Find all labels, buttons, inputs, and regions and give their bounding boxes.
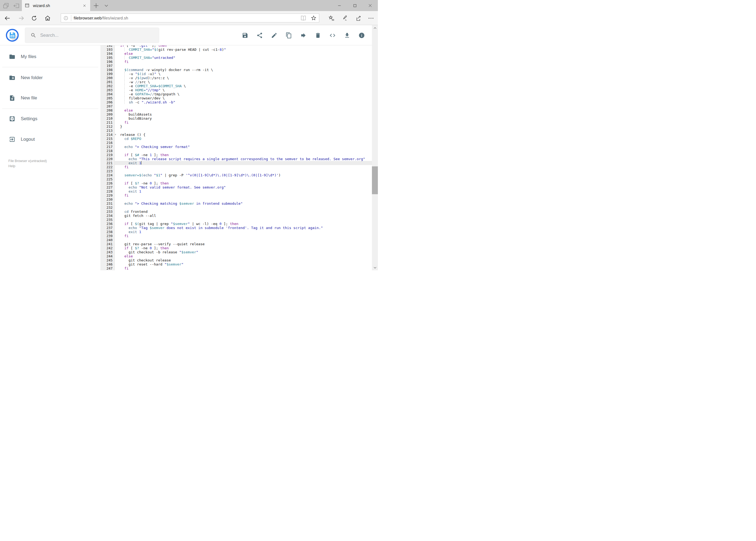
code-text[interactable]: echo "Tag $semver does not exist in subm…	[115, 226, 372, 230]
refresh-icon[interactable]	[31, 15, 38, 22]
code-text[interactable]: else	[115, 108, 372, 112]
code-text[interactable]: sh -c "./wizard.sh -b"	[115, 100, 372, 104]
share-file-button[interactable]	[255, 31, 265, 40]
code-text[interactable]: git rev-parse --verify --quiet release	[115, 242, 372, 246]
code-text[interactable]: }	[115, 125, 372, 129]
edit-button[interactable]	[269, 31, 279, 40]
code-text[interactable]	[115, 149, 372, 153]
search-input[interactable]	[40, 32, 159, 38]
hub-icon[interactable]	[328, 15, 335, 22]
code-text[interactable]: COMMIT_SHA="$(git rev-parse HEAD | cut -…	[115, 48, 372, 52]
code-line[interactable]: 204 -e GOPATH=//tmp/gopath \	[101, 92, 372, 96]
set-tabs-aside-icon[interactable]	[13, 2, 20, 9]
code-line[interactable]: 201 -w //src \	[101, 80, 372, 84]
code-text[interactable]: git checkout -b release "$semver"	[115, 250, 372, 254]
download-button[interactable]	[342, 31, 352, 40]
code-line[interactable]: 196 fi	[101, 60, 372, 64]
code-line[interactable]: 211 fi	[101, 121, 372, 125]
code-text[interactable]: if [ $? -ne 0 ]; then	[115, 181, 372, 185]
code-text[interactable]	[115, 238, 372, 242]
code-line[interactable]: 218	[101, 149, 372, 153]
code-line[interactable]: 221 exit 1	[101, 161, 372, 165]
tab-preview-icon[interactable]	[2, 2, 9, 9]
code-line[interactable]: 192if [ -d ".git" ]; then	[101, 45, 372, 48]
sidebar-item-new-folder[interactable]: New folder	[0, 72, 101, 83]
code-text[interactable]: cd frontend	[115, 210, 372, 214]
web-note-pen-icon[interactable]	[342, 15, 349, 22]
move-button[interactable]	[299, 31, 308, 40]
code-line[interactable]: 198 $(command -v winpty) docker run --rm…	[101, 68, 372, 72]
tab-list-chevron-icon[interactable]	[103, 3, 110, 9]
code-text[interactable]: -e GOPATH=//tmp/gopath \	[115, 92, 372, 96]
code-text[interactable]: exit 1	[115, 189, 372, 194]
fold-arrow-icon[interactable]: ▾	[115, 133, 116, 137]
code-line[interactable]: 206 sh -c "./wizard.sh -b"	[101, 100, 372, 104]
code-text[interactable]: if [ $# -ne 1 ]; then	[115, 153, 372, 157]
favorite-star-icon[interactable]	[310, 15, 317, 21]
code-line[interactable]: 222 fi	[101, 165, 372, 169]
code-line[interactable]: 200 -v /$(pwd):/src:z \	[101, 76, 372, 80]
code-text[interactable]	[115, 64, 372, 68]
code-line[interactable]: 233 cd frontend	[101, 210, 372, 214]
code-text[interactable]: -w //src \	[115, 80, 372, 84]
code-line[interactable]: 202 -e COMMIT_SHA=$COMMIT_SHA \	[101, 84, 372, 88]
sidebar-item-my-files[interactable]: My files	[0, 51, 101, 62]
code-line[interactable]: 241 git rev-parse --verify --quiet relea…	[101, 242, 372, 246]
code-text[interactable]: git reset --hard "$semver"	[115, 262, 372, 266]
new-tab-icon[interactable]	[93, 2, 100, 9]
code-line[interactable]: 219 if [ $# -ne 1 ]; then	[101, 153, 372, 157]
code-line[interactable]: 234 git fetch --all	[101, 214, 372, 218]
code-line[interactable]: 229 fi	[101, 194, 372, 198]
search-box[interactable]	[25, 28, 159, 43]
address-bar[interactable]: filebrowser.web/files/wizard.sh	[61, 14, 319, 22]
code-text[interactable]: exit 1	[115, 161, 372, 165]
code-text[interactable]	[115, 141, 372, 145]
code-line[interactable]: 225	[101, 177, 372, 181]
code-text[interactable]: -u "$(id -u)" \	[115, 72, 372, 76]
code-line[interactable]: 226 if [ $? -ne 0 ]; then	[101, 181, 372, 185]
code-line[interactable]: 227 echo "Not valid semver format. See s…	[101, 185, 372, 189]
code-text[interactable]: cd $REPO	[115, 137, 372, 141]
share-icon[interactable]	[355, 15, 362, 22]
code-line[interactable]: 244 else	[101, 254, 372, 258]
code-editor[interactable]: 192if [ -d ".git" ]; then193 COMMIT_SHA=…	[101, 45, 372, 270]
code-line[interactable]: 238 exit 1	[101, 230, 372, 234]
more-dots-icon[interactable]	[368, 15, 375, 22]
code-line[interactable]: 247 fi	[101, 266, 372, 270]
code-line[interactable]: 205 filebrowser/dev \	[101, 96, 372, 100]
code-line[interactable]: 193 COMMIT_SHA="$(git rev-parse HEAD | c…	[101, 48, 372, 52]
code-text[interactable]: echo "Not valid semver format. See semve…	[115, 185, 372, 189]
home-icon[interactable]	[44, 15, 51, 22]
code-line[interactable]: 239 fi	[101, 234, 372, 238]
raw-code-button[interactable]	[328, 31, 337, 40]
code-line[interactable]: 210 buildBinary	[101, 116, 372, 121]
maximize-button[interactable]	[347, 0, 363, 11]
code-line[interactable]: 223	[101, 169, 372, 173]
code-text[interactable]	[115, 206, 372, 210]
reading-view-icon[interactable]	[300, 15, 307, 21]
code-text[interactable]: echo "> Checking semver format"	[115, 145, 372, 149]
sidebar-item-logout[interactable]: Logout	[0, 134, 101, 145]
code-line[interactable]: 194 else	[101, 52, 372, 56]
code-text[interactable]: echo "This release script requires a sin…	[115, 157, 372, 161]
code-text[interactable]	[115, 104, 372, 108]
code-line[interactable]: 195 COMMIT_SHA="untracked"	[101, 56, 372, 60]
code-text[interactable]: echo "> Checking matching $semver in fro…	[115, 202, 372, 206]
code-text[interactable]: release () {	[115, 133, 372, 137]
code-line[interactable]: 246 git reset --hard "$semver"	[101, 262, 372, 266]
tab-close-icon[interactable]	[82, 3, 88, 9]
code-line[interactable]: 224 semver=$(echo "$1" | grep -P '^v(0|[…	[101, 173, 372, 177]
code-text[interactable]: exit 1	[115, 230, 372, 234]
copy-button[interactable]	[284, 31, 294, 40]
code-line[interactable]: 231 echo "> Checking matching $semver in…	[101, 202, 372, 206]
code-text[interactable]	[115, 218, 372, 222]
code-text[interactable]: fi	[115, 60, 372, 64]
code-text[interactable]: -v /$(pwd):/src:z \	[115, 76, 372, 80]
scroll-down-icon[interactable]	[372, 265, 378, 270]
code-text[interactable]: fi	[115, 121, 372, 125]
url-text[interactable]: filebrowser.web/files/wizard.sh	[74, 16, 296, 20]
code-line[interactable]: 216	[101, 141, 372, 145]
code-line[interactable]: 236 if [ $(git tag | grep "$semver" | wc…	[101, 222, 372, 226]
code-text[interactable]: -e HOME="//tmp" \	[115, 88, 372, 92]
code-line[interactable]: 228 exit 1	[101, 189, 372, 194]
